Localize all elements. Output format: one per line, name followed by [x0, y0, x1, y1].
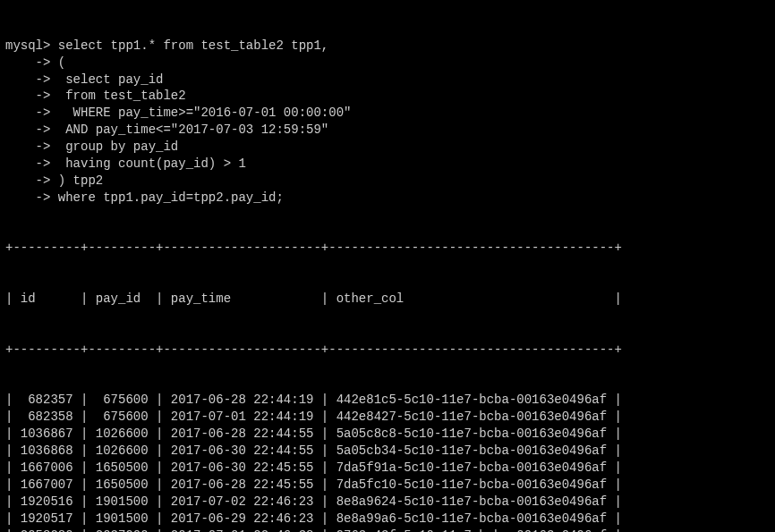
query-block: mysql> select tpp1.* from test_table2 tp… [5, 38, 770, 207]
mysql-terminal[interactable]: mysql> select tpp1.* from test_table2 tp… [0, 0, 775, 532]
table-body: | 682357 | 675600 | 2017-06-28 22:44:19 … [5, 392, 770, 532]
table-header-row: | id | pay_id | pay_time | other_col | [5, 291, 770, 308]
table-border-mid: +---------+---------+-------------------… [5, 342, 770, 359]
table-border-top: +---------+---------+-------------------… [5, 240, 770, 257]
